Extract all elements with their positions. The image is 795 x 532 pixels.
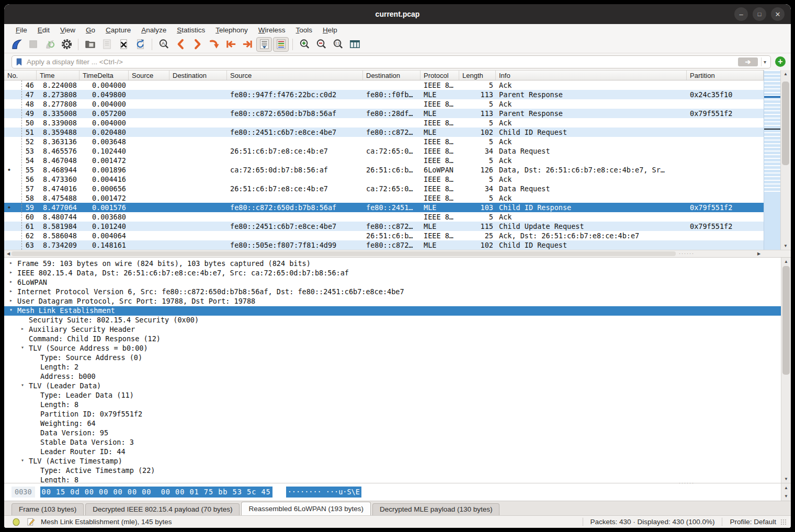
- detail-line[interactable]: Type: Active Timestamp (22): [4, 466, 781, 476]
- zoom-out-icon[interactable]: [313, 37, 329, 52]
- bytes-tab-1[interactable]: Decrypted IEEE 802.15.4 payload (70 byte…: [85, 503, 240, 515]
- display-filter-input[interactable]: [27, 58, 735, 66]
- collapsed-arrow-icon[interactable]: ▸: [9, 260, 13, 265]
- capture-options-icon[interactable]: [59, 37, 74, 52]
- column-header-source-5[interactable]: Source: [227, 71, 363, 80]
- packet-list-hscrollbar[interactable]: ◀ ······ ▶: [4, 250, 791, 257]
- title-bar[interactable]: current.pcap – □ ✕: [4, 4, 791, 24]
- bytes-tab-3[interactable]: Decrypted MLE payload (130 bytes): [372, 503, 499, 515]
- filter-dropdown-icon[interactable]: ▾: [761, 57, 768, 66]
- close-icon[interactable]: ✕: [771, 7, 785, 21]
- go-to-packet-icon[interactable]: [206, 37, 222, 52]
- file-close-icon[interactable]: [116, 37, 131, 52]
- display-filter-box[interactable]: ➔ ▾: [12, 55, 771, 68]
- packet-row[interactable]: 588.4754880.001472IEEE 8…5Ack: [4, 193, 764, 203]
- menu-view[interactable]: View: [55, 26, 81, 34]
- scrollbar-thumb[interactable]: [782, 266, 790, 375]
- column-header-destination-6[interactable]: Destination: [363, 71, 421, 80]
- menu-file[interactable]: File: [10, 26, 32, 34]
- column-header-info-9[interactable]: Info: [496, 71, 687, 80]
- go-first-icon[interactable]: [223, 37, 238, 52]
- packet-row[interactable]: 478.2738080.049800fe80::947f:f476:22bc:c…: [4, 90, 764, 99]
- hex-row[interactable]: 003000 15 0d 00 00 00 00 00 00 00 01 75 …: [4, 483, 361, 501]
- detail-line[interactable]: Weighting: 64: [4, 419, 781, 429]
- collapsed-arrow-icon[interactable]: ▸: [9, 297, 13, 303]
- collapsed-arrow-icon[interactable]: ▸: [9, 279, 13, 284]
- scroll-down-icon[interactable]: ▼: [781, 244, 790, 248]
- detail-line[interactable]: Partition ID: 0x79f551f2: [4, 410, 781, 419]
- detail-line[interactable]: Command: Child ID Response (12): [4, 334, 781, 344]
- detail-line[interactable]: ▸Frame 59: 103 bytes on wire (824 bits),…: [4, 259, 781, 269]
- packet-row[interactable]: 618.5819840.101240fe80::2451:c6b7:e8ce:4…: [4, 222, 764, 231]
- detail-line-selected[interactable]: ▾Mesh Link Establishment: [4, 306, 781, 316]
- scroll-down-icon[interactable]: ▼: [781, 477, 791, 481]
- column-header-timedelta-2[interactable]: TimeDelta: [80, 71, 129, 80]
- menu-analyze[interactable]: Analyze: [136, 26, 172, 34]
- resize-grip[interactable]: [780, 519, 787, 525]
- scroll-up-icon[interactable]: ▲: [781, 485, 791, 490]
- detail-line[interactable]: Type: Leader Data (11): [4, 391, 781, 400]
- wireshark-fin-icon[interactable]: [8, 37, 24, 52]
- detail-line[interactable]: Data Version: 95: [4, 429, 781, 438]
- detail-line[interactable]: Length: 8: [4, 476, 781, 483]
- capture-stop-icon[interactable]: [25, 37, 41, 52]
- detail-line[interactable]: ▸User Datagram Protocol, Src Port: 19788…: [4, 297, 781, 306]
- packet-row[interactable]: 518.3594880.020480fe80::2451:c6b7:e8ce:4…: [4, 128, 764, 137]
- collapsed-arrow-icon[interactable]: ▸: [9, 269, 13, 275]
- expanded-arrow-icon[interactable]: ▾: [21, 382, 24, 388]
- zoom-100-icon[interactable]: 1:1: [330, 37, 346, 52]
- hscrollbar-thumb[interactable]: [12, 251, 676, 256]
- minimize-icon[interactable]: –: [734, 7, 748, 21]
- detail-line[interactable]: ▸6LoWPAN: [4, 278, 781, 287]
- file-open-icon[interactable]: [82, 37, 98, 52]
- bookmark-icon[interactable]: [15, 57, 24, 66]
- bytes-scrollbar[interactable]: ▲ ▼: [781, 483, 791, 501]
- maximize-icon[interactable]: □: [753, 7, 766, 21]
- expert-info-icon[interactable]: [12, 517, 21, 527]
- collapsed-arrow-icon[interactable]: ▸: [9, 288, 13, 294]
- packet-row[interactable]: 488.2778080.004000IEEE 8…5Ack: [4, 99, 764, 109]
- menu-tools[interactable]: Tools: [291, 26, 318, 34]
- menu-edit[interactable]: Edit: [32, 26, 55, 34]
- packet-list-minimap[interactable]: [764, 70, 780, 250]
- hex-ascii-selected[interactable]: ········ ···u·S\E: [286, 487, 361, 498]
- packet-row[interactable]: 528.3631360.003648IEEE 8…5Ack: [4, 137, 764, 146]
- expanded-arrow-icon[interactable]: ▾: [21, 457, 24, 463]
- detail-line[interactable]: Length: 2: [4, 363, 781, 372]
- expanded-arrow-icon[interactable]: ▾: [21, 344, 24, 350]
- menu-telephony[interactable]: Telephony: [210, 26, 253, 34]
- column-header-partition-10[interactable]: Partition: [687, 71, 764, 80]
- pane-splitter-grip[interactable]: ······: [679, 251, 695, 256]
- detail-line[interactable]: ▾TLV (Active Timestamp): [4, 457, 781, 466]
- packet-row[interactable]: 548.4670480.001472IEEE 8…5Ack: [4, 156, 764, 165]
- packet-row[interactable]: 538.4655760.10244026:51:c6:b7:e8:ce:4b:e…: [4, 146, 764, 156]
- find-packet-icon[interactable]: A: [156, 37, 172, 52]
- column-header-time-1[interactable]: Time: [37, 71, 80, 80]
- add-filter-button-icon[interactable]: +: [775, 56, 786, 67]
- packet-row[interactable]: 508.3390080.004000IEEE 8…5Ack: [4, 118, 764, 128]
- capture-restart-icon[interactable]: [42, 37, 58, 52]
- packet-row[interactable]: 468.2240080.004000IEEE 8…5Ack: [4, 80, 764, 90]
- detail-line[interactable]: Address: b000: [4, 372, 781, 381]
- bytes-tab-2[interactable]: Reassembled 6LoWPAN (193 bytes): [241, 502, 371, 515]
- detail-line[interactable]: ▾TLV (Source Address = b0:00): [4, 344, 781, 353]
- packet-bytes-pane[interactable]: 003000 15 0d 00 00 00 00 00 00 00 01 75 …: [4, 483, 791, 501]
- colorize-icon[interactable]: [273, 37, 289, 52]
- detail-line[interactable]: Length: 8: [4, 400, 781, 410]
- scroll-left-icon[interactable]: ◀: [6, 251, 11, 256]
- file-reload-icon[interactable]: [132, 37, 148, 52]
- auto-scroll-icon[interactable]: [256, 37, 272, 52]
- expanded-arrow-icon[interactable]: ▾: [9, 307, 13, 313]
- column-header-source-3[interactable]: Source: [129, 71, 169, 80]
- resize-columns-icon[interactable]: [347, 37, 362, 52]
- column-header-protocol-7[interactable]: Protocol: [421, 71, 459, 80]
- packet-row-selected[interactable]: 598.4770640.001576fe80::c872:650d:b7b8:5…: [4, 203, 764, 212]
- file-save-icon[interactable]: [99, 37, 115, 52]
- packet-row[interactable]: 638.7342090.148161fe80::505e:f807:7f81:4…: [4, 240, 764, 250]
- scroll-down-icon[interactable]: ▼: [781, 494, 791, 499]
- column-header-destination-4[interactable]: Destination: [169, 71, 227, 80]
- packet-row[interactable]: 578.4740160.00065626:51:c6:b7:e8:ce:4b:e…: [4, 184, 764, 193]
- scrollbar-thumb[interactable]: [782, 82, 789, 165]
- apply-filter-icon[interactable]: ➔: [738, 57, 758, 66]
- detail-line[interactable]: ▾TLV (Leader Data): [4, 381, 781, 391]
